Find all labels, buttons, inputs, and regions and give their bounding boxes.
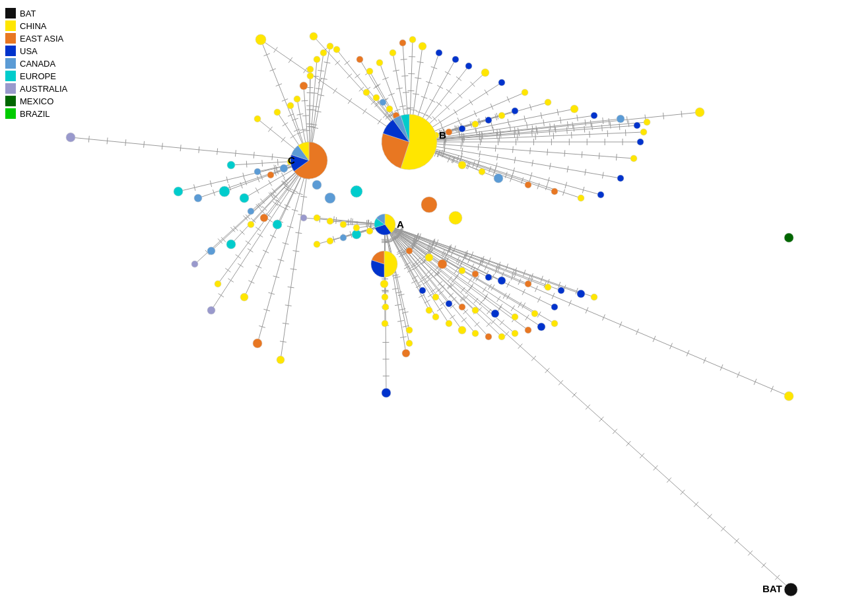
legend-item-mexico: MEXICO	[5, 96, 67, 106]
legend-item-china: CHINA	[5, 20, 67, 31]
legend: BATCHINAEAST ASIAUSACANADAEUROPEAUSTRALI…	[5, 5, 67, 121]
legend-item-brazil: BRAZIL	[5, 108, 67, 119]
legend-item-australia: AUSTRALIA	[5, 83, 67, 94]
legend-item-usa: USA	[5, 46, 67, 56]
legend-item-east-asia: EAST ASIA	[5, 33, 67, 44]
legend-item-canada: CANADA	[5, 58, 67, 69]
network-graph	[0, 0, 845, 616]
legend-item-bat: BAT	[5, 8, 67, 18]
legend-item-europe: EUROPE	[5, 71, 67, 81]
